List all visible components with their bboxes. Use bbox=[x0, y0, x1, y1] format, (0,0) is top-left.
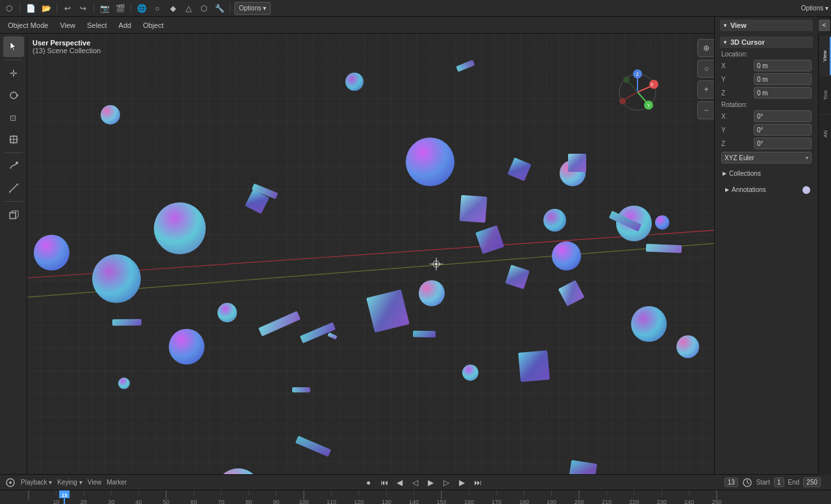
loc-z-field[interactable]: 0 m bbox=[754, 87, 812, 99]
open-file-icon[interactable]: 📂 bbox=[40, 2, 53, 15]
measure-tool[interactable] bbox=[3, 178, 24, 198]
object-25[interactable] bbox=[518, 350, 550, 382]
play-button[interactable]: ▶ bbox=[426, 477, 436, 488]
zoom-extent-widget[interactable]: ⊕ bbox=[697, 39, 715, 57]
object-2[interactable] bbox=[154, 202, 206, 254]
object-3[interactable] bbox=[92, 254, 141, 303]
undo-icon[interactable]: ↩ bbox=[61, 2, 74, 15]
object-11[interactable] bbox=[543, 209, 566, 232]
add-cube-tool[interactable] bbox=[3, 204, 24, 225]
collections-header[interactable]: ▶ Collections bbox=[720, 169, 813, 178]
blender-logo-icon[interactable]: ⬡ bbox=[3, 2, 16, 15]
rotation-label: Rotation: bbox=[721, 101, 754, 108]
record-button[interactable]: ● bbox=[364, 477, 374, 488]
jump-end-button[interactable]: ⏭ bbox=[473, 477, 483, 488]
object-15[interactable] bbox=[631, 306, 667, 342]
transform-tool[interactable] bbox=[3, 129, 24, 150]
object-24[interactable] bbox=[505, 265, 530, 289]
panel-tab-view[interactable]: V bbox=[819, 19, 830, 31]
side-tab-tool[interactable]: Tool bbox=[819, 75, 831, 114]
scale-tool[interactable]: ⊡ bbox=[3, 107, 24, 128]
object-9[interactable] bbox=[419, 280, 445, 306]
loc-x-field[interactable]: 0 m bbox=[754, 60, 812, 71]
object-39[interactable] bbox=[456, 60, 475, 72]
axis-gizmo[interactable]: X Y Z bbox=[615, 69, 660, 115]
object-12[interactable] bbox=[552, 241, 581, 270]
new-file-icon[interactable]: 📄 bbox=[24, 2, 37, 15]
object-26[interactable] bbox=[558, 280, 585, 307]
rotation-mode-field[interactable]: XYZ Euler ▾ bbox=[721, 152, 812, 163]
cursor-tool[interactable] bbox=[3, 36, 24, 57]
render-icon[interactable]: 📷 bbox=[98, 2, 111, 15]
object-7[interactable] bbox=[345, 73, 364, 91]
render-settings-icon[interactable]: 🔧 bbox=[213, 2, 226, 15]
options-button[interactable]: Options ▾ bbox=[801, 5, 828, 12]
object-38[interactable] bbox=[413, 331, 436, 338]
side-tab-view[interactable]: View bbox=[819, 36, 831, 75]
annotate-tool[interactable] bbox=[3, 156, 24, 176]
object-4[interactable] bbox=[169, 329, 205, 365]
rot-y-field[interactable]: 0° bbox=[754, 124, 812, 136]
playback-menu[interactable]: Playback ▾ bbox=[21, 479, 52, 486]
world-icon[interactable]: ○ bbox=[151, 2, 164, 15]
material-icon[interactable]: ⬡ bbox=[197, 2, 210, 15]
view-section-header[interactable]: ▼ View bbox=[720, 19, 813, 31]
cursor-section-header[interactable]: ▼ 3D Cursor bbox=[720, 36, 813, 48]
rotate-tool[interactable] bbox=[3, 85, 24, 106]
object-27[interactable] bbox=[567, 460, 597, 475]
object-22[interactable] bbox=[460, 195, 488, 223]
annotations-header[interactable]: ▶ Annotations bbox=[723, 185, 769, 195]
view-menu[interactable]: View bbox=[55, 20, 81, 30]
start-frame-field[interactable]: 1 bbox=[774, 477, 784, 487]
add-menu[interactable]: Add bbox=[114, 20, 137, 30]
object-mode-menu[interactable]: Object Mode bbox=[3, 20, 53, 30]
object-0[interactable] bbox=[34, 235, 69, 270]
object-32[interactable] bbox=[112, 319, 142, 326]
orbit-widget[interactable]: ○ bbox=[697, 60, 715, 78]
object-34[interactable] bbox=[295, 436, 331, 457]
render-anim-icon[interactable]: 🎬 bbox=[114, 2, 127, 15]
object-28[interactable] bbox=[366, 289, 410, 333]
object-6[interactable] bbox=[217, 303, 237, 322]
end-frame-field[interactable]: 250 bbox=[803, 477, 821, 487]
marker-menu[interactable]: Marker bbox=[106, 479, 127, 486]
select-menu[interactable]: Select bbox=[82, 20, 112, 30]
object-10[interactable] bbox=[462, 365, 478, 381]
prev-frame-button[interactable]: ◀ bbox=[395, 477, 405, 488]
mesh-icon[interactable]: △ bbox=[182, 2, 195, 15]
rot-x-field[interactable]: 0° bbox=[754, 110, 812, 122]
3d-viewport[interactable]: User Perspective (13) Scene Collection X… bbox=[27, 34, 715, 475]
timeline-ruler[interactable] bbox=[3, 490, 828, 504]
view-menu-tl[interactable]: View bbox=[88, 479, 102, 486]
prev-keyframe-button[interactable]: ◁ bbox=[410, 477, 421, 488]
object-41[interactable] bbox=[646, 244, 682, 253]
move-tool[interactable]: ✛ bbox=[3, 63, 24, 84]
redo-icon[interactable]: ↪ bbox=[77, 2, 90, 15]
timeline-track[interactable] bbox=[0, 490, 831, 504]
object-35[interactable] bbox=[292, 387, 310, 392]
keying-menu[interactable]: Keying ▾ bbox=[57, 479, 82, 486]
object-30[interactable] bbox=[568, 154, 586, 172]
object-16[interactable] bbox=[655, 215, 669, 230]
object-29[interactable] bbox=[508, 158, 532, 182]
zoom-in-widget[interactable]: + bbox=[697, 80, 715, 99]
current-frame-field[interactable]: 13 bbox=[725, 477, 738, 487]
loc-y-field[interactable]: 0 m bbox=[754, 73, 812, 85]
global-transform-btn[interactable]: Options ▾ bbox=[234, 2, 271, 15]
next-keyframe-button[interactable]: ▷ bbox=[441, 477, 452, 488]
rot-z-field[interactable]: 0° bbox=[754, 138, 812, 149]
object-33[interactable] bbox=[258, 311, 301, 336]
scene-icon[interactable]: 🌐 bbox=[135, 2, 148, 15]
jump-start-button[interactable]: ⏮ bbox=[379, 477, 390, 488]
object-18[interactable] bbox=[118, 378, 130, 389]
object-8[interactable] bbox=[406, 138, 454, 186]
next-frame-button[interactable]: ▶ bbox=[457, 477, 467, 488]
side-tab-an[interactable]: AN bbox=[819, 114, 831, 153]
object-menu[interactable]: Object bbox=[138, 20, 169, 30]
object-17[interactable] bbox=[676, 335, 699, 358]
object-37[interactable] bbox=[327, 332, 337, 339]
object-1[interactable] bbox=[101, 105, 120, 125]
object-23[interactable] bbox=[475, 225, 504, 254]
zoom-out-widget[interactable]: − bbox=[697, 101, 715, 119]
object-icon[interactable]: ◆ bbox=[166, 2, 179, 15]
